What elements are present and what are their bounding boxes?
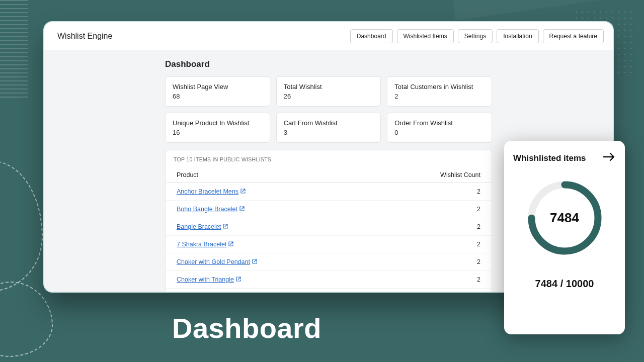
product-link[interactable]: Bangle Bracelet	[177, 223, 221, 230]
product-link[interactable]: Anchor Bracelet Mens	[177, 188, 238, 195]
table-row: Bangle Bracelet2	[166, 218, 492, 236]
wishlist-count: 2	[368, 218, 492, 236]
top-items-card: TOP 10 ITEMS IN PUBLIC WISHLISTS Product…	[165, 150, 492, 293]
product-link[interactable]: Choker with Triangle	[177, 276, 234, 283]
wishlist-count: 2	[368, 183, 492, 201]
nav-wishlisted-items[interactable]: Wishlisted Items	[397, 29, 454, 43]
stat-card: Total Customers in Wishlist 2	[387, 76, 492, 107]
topbar: Wishlist Engine Dashboard Wishlisted Ite…	[44, 22, 613, 50]
table-row: 7 Shakra Bracelet2	[166, 236, 492, 253]
decor-blob	[0, 282, 53, 357]
external-link-icon[interactable]	[252, 259, 257, 265]
stat-value: 26	[284, 93, 374, 100]
app-title: Wishlist Engine	[57, 32, 112, 41]
stat-value: 16	[173, 129, 263, 136]
stat-card: Unique Product In Wishlist 16	[165, 113, 270, 143]
stat-label: Cart From Wishlist	[284, 119, 374, 127]
wishlist-count: 2	[368, 236, 492, 253]
stat-cards: Wishlist Page View 68 Total Wishlist 26 …	[165, 76, 492, 143]
top-items-title: TOP 10 ITEMS IN PUBLIC WISHLISTS	[166, 156, 492, 167]
stat-value: 2	[394, 93, 485, 100]
wishlist-count: 2	[368, 289, 492, 293]
stat-value: 0	[394, 129, 485, 136]
external-link-icon[interactable]	[239, 206, 245, 212]
usage-donut: 7484	[526, 179, 604, 257]
stat-label: Wishlist Page View	[173, 83, 263, 90]
stat-card: Total Wishlist 26	[276, 76, 381, 107]
stat-label: Order From Wishlist	[394, 119, 485, 127]
col-count: Wishlist Count	[368, 167, 492, 183]
widget-title: Whishlisted items	[513, 153, 586, 163]
stat-card: Cart From Wishlist 3	[276, 113, 381, 143]
nav-dashboard[interactable]: Dashboard	[350, 29, 393, 43]
external-link-icon[interactable]	[240, 189, 246, 195]
stat-card: Wishlist Page View 68	[165, 76, 270, 107]
nav-settings[interactable]: Settings	[458, 29, 493, 43]
usage-ratio: 7484 / 10000	[535, 278, 594, 290]
wishlisted-widget: Whishlisted items 7484 7484 / 10000	[504, 141, 625, 334]
table-row: Choker with Bead2	[166, 289, 492, 293]
nav-request-feature[interactable]: Request a feature	[543, 29, 604, 43]
external-link-icon[interactable]	[228, 241, 233, 247]
wishlist-count: 2	[368, 271, 492, 289]
stat-label: Unique Product In Wishlist	[173, 119, 263, 127]
external-link-icon[interactable]	[223, 224, 228, 230]
table-row: Boho Bangle Bracelet2	[166, 201, 492, 218]
table-row: Choker with Triangle2	[166, 271, 492, 289]
topbar-nav: Dashboard Wishlisted Items Settings Inst…	[350, 29, 604, 43]
decor-stripes	[0, 0, 28, 101]
col-product: Product	[166, 167, 368, 183]
arrow-right-icon[interactable]	[603, 152, 616, 165]
external-link-icon[interactable]	[236, 277, 241, 283]
table-row: Anchor Bracelet Mens2	[166, 183, 492, 201]
stat-label: Total Wishlist	[284, 83, 374, 90]
product-link[interactable]: 7 Shakra Bracelet	[177, 241, 226, 248]
stat-value: 68	[173, 93, 263, 100]
hero-caption: Dashboard	[172, 312, 321, 344]
nav-installation[interactable]: Installation	[497, 29, 538, 43]
wishlist-count: 2	[368, 201, 492, 218]
product-link[interactable]: Choker with Gold Pendant	[177, 258, 250, 265]
widget-header: Whishlisted items	[513, 152, 616, 165]
donut-center-value: 7484	[526, 179, 604, 257]
product-link[interactable]: Boho Bangle Bracelet	[177, 206, 237, 213]
table-row: Choker with Gold Pendant2	[166, 253, 492, 271]
stat-card: Order From Wishlist 0	[387, 113, 492, 143]
page-title: Dashboard	[165, 59, 492, 69]
top-items-table: Product Wishlist Count Anchor Bracelet M…	[166, 167, 492, 293]
stat-label: Total Customers in Wishlist	[394, 83, 485, 90]
decor-blob	[0, 161, 43, 292]
wishlist-count: 2	[368, 253, 492, 271]
stat-value: 3	[284, 129, 374, 136]
